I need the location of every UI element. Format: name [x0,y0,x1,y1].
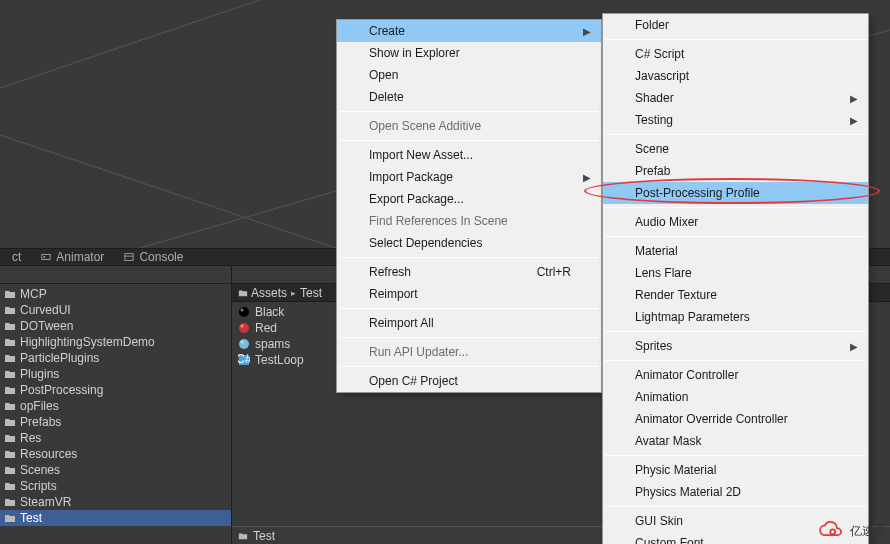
hierarchy-item[interactable]: DOTween [0,318,231,334]
menu-separator [339,308,599,309]
menu-item-label: Open C# Project [369,374,458,388]
hierarchy-item-label: ParticlePlugins [20,351,99,365]
menu-separator [605,207,866,208]
menu-item-label: Import Package [369,170,453,184]
menu-item[interactable]: Javascript [603,65,868,87]
menu-separator [339,140,599,141]
menu-item[interactable]: Sprites▶ [603,335,868,357]
menu-item[interactable]: Scene [603,138,868,160]
menu-item[interactable]: Select Dependencies [337,232,601,254]
menu-item-label: Testing [635,113,673,127]
menu-item[interactable]: Reimport [337,283,601,305]
menu-item[interactable]: Post-Processing Profile [603,182,868,204]
menu-item[interactable]: Render Texture [603,284,868,306]
tab-label: Console [139,250,183,264]
hierarchy-panel: MCPCurvedUIDOTweenHighlightingSystemDemo… [0,266,232,544]
hierarchy-item[interactable]: Test [0,510,231,526]
hierarchy-item[interactable]: HighlightingSystemDemo [0,334,231,350]
menu-item[interactable]: Avatar Mask [603,430,868,452]
menu-item[interactable]: Show in Explorer [337,42,601,64]
material-icon [238,306,250,318]
hierarchy-item-label: DOTween [20,319,73,333]
breadcrumb-root: Assets [251,286,287,300]
menu-item[interactable]: Animation [603,386,868,408]
chevron-right-icon: ▶ [850,341,858,352]
menu-separator [605,506,866,507]
menu-item[interactable]: Export Package... [337,188,601,210]
menu-item[interactable]: Lens Flare [603,262,868,284]
menu-item-label: Reimport [369,287,418,301]
hierarchy-item-label: Scenes [20,463,60,477]
hierarchy-item[interactable]: CurvedUI [0,302,231,318]
menu-separator [605,39,866,40]
menu-item[interactable]: Prefab [603,160,868,182]
menu-item[interactable]: Folder [603,14,868,36]
menu-item[interactable]: Audio Mixer [603,211,868,233]
tab-console[interactable]: Console [114,250,193,264]
menu-item[interactable]: Lightmap Parameters [603,306,868,328]
menu-item[interactable]: Physics Material 2D [603,481,868,503]
asset-item-label: TestLoop [255,353,304,367]
folder-icon [4,496,16,508]
menu-item[interactable]: Shader▶ [603,87,868,109]
svg-line-0 [0,0,260,88]
hierarchy-item[interactable]: Scenes [0,462,231,478]
tab-animator[interactable]: Animator [31,250,114,264]
menu-item[interactable]: Animator Controller [603,364,868,386]
menu-item[interactable]: Testing▶ [603,109,868,131]
menu-item-label: Audio Mixer [635,215,698,229]
hierarchy-item[interactable]: Scripts [0,478,231,494]
svg-point-10 [241,325,244,328]
folder-icon [4,368,16,380]
material-icon [238,338,250,350]
menu-item[interactable]: Material [603,240,868,262]
menu-separator [339,337,599,338]
hierarchy-item[interactable]: Prefabs [0,414,231,430]
menu-item-label: Physic Material [635,463,716,477]
tab-project[interactable]: ct [2,250,31,264]
menu-item[interactable]: Import New Asset... [337,144,601,166]
console-icon [124,252,134,262]
menu-item-label: Open [369,68,398,82]
menu-item-label: Animation [635,390,688,404]
menu-item[interactable]: Import Package▶ [337,166,601,188]
hierarchy-item[interactable]: Res [0,430,231,446]
menu-separator [605,360,866,361]
hierarchy-item-label: Test [20,511,42,525]
menu-item[interactable]: Create▶ [337,20,601,42]
folder-icon [4,416,16,428]
menu-item-label: Post-Processing Profile [635,186,760,200]
hierarchy-item[interactable]: SteamVR [0,494,231,510]
hierarchy-item-label: PostProcessing [20,383,103,397]
menu-item[interactable]: C# Script [603,43,868,65]
breadcrumb-folder: Test [300,286,322,300]
menu-item-label: Delete [369,90,404,104]
folder-icon [4,448,16,460]
menu-separator [339,366,599,367]
menu-item[interactable]: Animator Override Controller [603,408,868,430]
svg-rect-4 [44,256,46,258]
menu-item-label: Lens Flare [635,266,692,280]
hierarchy-item[interactable]: Resources [0,446,231,462]
menu-item: Open Scene Additive [337,115,601,137]
hierarchy-item[interactable]: PostProcessing [0,382,231,398]
menu-item-label: Run API Updater... [369,345,468,359]
hierarchy-item[interactable]: opFiles [0,398,231,414]
menu-separator [605,331,866,332]
asset-item-label: Red [255,321,277,335]
hierarchy-item[interactable]: MCP [0,286,231,302]
hierarchy-item[interactable]: Plugins [0,366,231,382]
menu-item-label: Material [635,244,678,258]
hierarchy-item-label: CurvedUI [20,303,71,317]
svg-line-1 [0,135,336,248]
menu-item[interactable]: Open [337,64,601,86]
menu-item[interactable]: RefreshCtrl+R [337,261,601,283]
menu-item[interactable]: Delete [337,86,601,108]
menu-item-label: Find References In Scene [369,214,508,228]
menu-item[interactable]: Physic Material [603,459,868,481]
menu-item[interactable]: Open C# Project [337,370,601,392]
svg-point-12 [241,341,244,344]
menu-item-label: Lightmap Parameters [635,310,750,324]
hierarchy-item[interactable]: ParticlePlugins [0,350,231,366]
menu-item[interactable]: Reimport All [337,312,601,334]
